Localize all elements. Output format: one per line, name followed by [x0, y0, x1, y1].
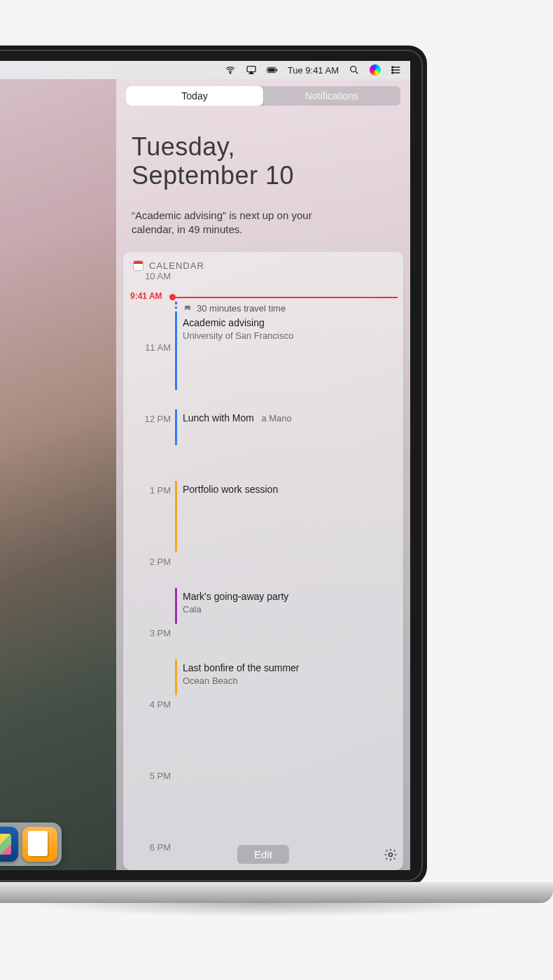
battery-icon[interactable]: [267, 64, 278, 76]
hour-row: 5 PM: [175, 776, 396, 812]
dock: [0, 822, 62, 866]
svg-point-6: [392, 66, 393, 68]
calendar-event[interactable]: Lunch with Mom a Mano: [175, 410, 396, 445]
menubar-clock[interactable]: Tue 9:41 AM: [288, 65, 339, 76]
desktop-screen: Tue 9:41 AM Today Notifications Tuesday,…: [0, 61, 410, 870]
svg-point-9: [186, 308, 186, 309]
svg-rect-3: [268, 69, 275, 72]
svg-point-8: [392, 72, 393, 74]
date-line-2: September 10: [132, 161, 395, 190]
today-header: Tuesday, September 10 “Academic advising…: [116, 106, 410, 237]
dock-app-keynote[interactable]: [0, 827, 18, 862]
laptop-base: [0, 882, 553, 903]
tab-notifications[interactable]: Notifications: [263, 86, 400, 106]
hour-label: 2 PM: [132, 556, 171, 567]
laptop-frame: Tue 9:41 AM Today Notifications Tuesday,…: [0, 46, 427, 886]
airplay-icon[interactable]: [246, 64, 257, 76]
event-title: Last bonfire of the summer: [183, 662, 300, 673]
edit-button[interactable]: Edit: [237, 845, 289, 864]
event-subtitle: a Mano: [261, 413, 291, 424]
hour-row: 4 PM: [175, 705, 396, 741]
wifi-icon[interactable]: [225, 64, 236, 76]
tab-today[interactable]: Today: [126, 86, 263, 106]
calendar-icon: [133, 260, 144, 271]
event-subtitle: University of San Francisco: [183, 330, 293, 341]
hour-label: 11 AM: [132, 342, 171, 353]
siri-icon[interactable]: [370, 64, 381, 76]
menu-bar: Tue 9:41 AM: [0, 61, 410, 79]
calendar-event[interactable]: Academic advisingUniversity of San Franc…: [175, 314, 396, 390]
date-line-1: Tuesday,: [132, 132, 395, 161]
event-subtitle: Cala: [183, 604, 202, 615]
gear-icon[interactable]: [384, 848, 398, 862]
event-title: Academic advising: [183, 317, 265, 328]
event-title: Portfolio work session: [183, 484, 278, 495]
hour-label: 5 PM: [132, 771, 171, 781]
calendar-widget: CALENDAR 9:41 AM 10 AM11 AM12 PM1 PM2 PM…: [123, 252, 403, 870]
spotlight-icon[interactable]: [349, 64, 360, 76]
screen-bezel: Tue 9:41 AM Today Notifications Tuesday,…: [0, 46, 427, 886]
travel-time[interactable]: 30 minutes travel time: [175, 302, 396, 314]
travel-time-label: 30 minutes travel time: [197, 303, 286, 314]
hour-label: 4 PM: [132, 699, 171, 710]
svg-point-7: [392, 69, 393, 71]
svg-point-5: [351, 66, 356, 72]
calendar-event[interactable]: Portfolio work session: [175, 481, 396, 552]
svg-point-11: [389, 853, 393, 857]
current-time-label: 9:41 AM: [130, 291, 162, 301]
hour-label: 10 AM: [132, 271, 171, 281]
svg-rect-4: [276, 69, 277, 71]
up-next-summary: “Academic advising” is next up on your c…: [132, 209, 342, 237]
hour-label: 3 PM: [132, 628, 171, 638]
calendar-event[interactable]: Mark's going-away partyCala: [175, 588, 396, 624]
notification-center-icon[interactable]: [391, 64, 402, 76]
widget-title: CALENDAR: [149, 260, 204, 271]
tab-segmented-control: Today Notifications: [126, 86, 400, 106]
widget-footer: Edit: [116, 838, 410, 870]
hour-label: 1 PM: [132, 485, 171, 496]
event-subtitle: Ocean Beach: [183, 676, 238, 686]
hour-label: 12 PM: [132, 414, 171, 424]
calendar-event[interactable]: Last bonfire of the summerOcean Beach: [175, 659, 396, 695]
notification-center-panel: Today Notifications Tuesday, September 1…: [116, 79, 410, 870]
svg-point-0: [230, 72, 231, 74]
svg-point-10: [189, 308, 190, 309]
calendar-timeline[interactable]: 9:41 AM 10 AM11 AM12 PM1 PM2 PM3 PM4 PM5…: [123, 276, 403, 705]
event-title: Mark's going-away party: [183, 591, 288, 602]
event-title: Lunch with Mom: [183, 412, 254, 424]
dock-app-pages[interactable]: [22, 827, 57, 862]
